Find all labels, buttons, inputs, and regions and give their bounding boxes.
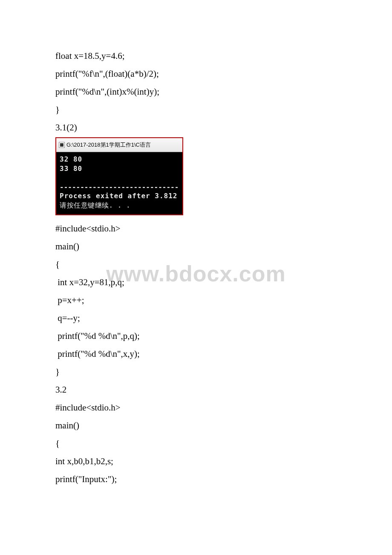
code-line: }: [55, 101, 337, 119]
console-output: 32 80 33 80 ----------------------------…: [56, 152, 182, 214]
code-line: {: [55, 434, 337, 452]
section-heading: 3.2: [55, 381, 337, 399]
console-prompt: 请按任意键继续. . .: [60, 201, 179, 210]
code-line: #include<stdio.h>: [55, 220, 337, 237]
console-window: G:\2017-2018第1学期工作1\C语言 32 80 33 80 ----…: [55, 137, 183, 215]
code-line: {: [55, 255, 337, 273]
code-line: printf("%f\n",(float)(a*b)/2);: [55, 65, 337, 83]
code-line: }: [55, 363, 337, 381]
document-content: float x=18.5,y=4.6; printf("%f\n",(float…: [55, 47, 337, 488]
code-line: printf("Inputx:");: [55, 470, 337, 488]
console-exit-line: Process exited after 3.812: [60, 191, 179, 201]
console-blank: [60, 173, 179, 182]
console-title-text: G:\2017-2018第1学期工作1\C语言: [66, 139, 151, 150]
console-separator: -----------------------------: [60, 182, 179, 192]
code-line: p=x++;: [55, 291, 337, 309]
code-line: printf("%d %d\n",x,y);: [55, 345, 337, 363]
code-line: printf("%d\n",(int)x%(int)y);: [55, 83, 337, 101]
code-line: main(): [55, 416, 337, 434]
code-line: q=--y;: [55, 309, 337, 327]
console-line: 32 80: [60, 155, 179, 164]
code-line: int x,b0,b1,b2,s;: [55, 452, 337, 470]
code-line: printf("%d %d\n",p,q);: [55, 327, 337, 345]
code-line: int x=32,y=81,p,q;: [55, 273, 337, 291]
code-line: main(): [55, 237, 337, 255]
section-heading: 3.1(2): [55, 119, 337, 136]
console-titlebar: G:\2017-2018第1学期工作1\C语言: [56, 138, 182, 152]
code-line: float x=18.5,y=4.6;: [55, 47, 337, 65]
console-line: 33 80: [60, 164, 179, 173]
code-line: #include<stdio.h>: [55, 399, 337, 416]
console-app-icon: [59, 142, 65, 148]
